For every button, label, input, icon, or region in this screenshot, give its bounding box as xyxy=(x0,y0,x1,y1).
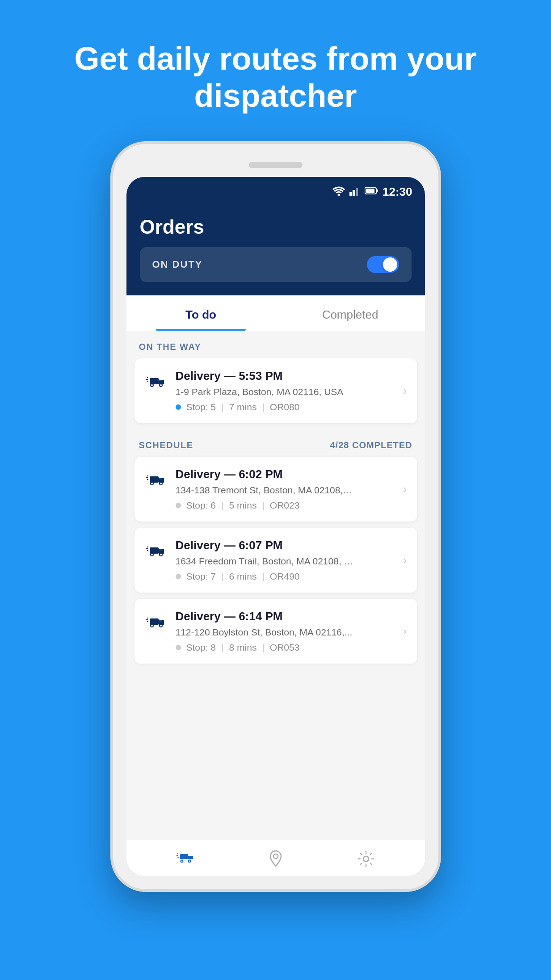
delivery-address-0: 1-9 Park Plaza, Boston, MA 02116, USA xyxy=(176,387,354,397)
nav-settings[interactable] xyxy=(358,850,374,867)
svg-rect-51 xyxy=(188,856,193,859)
svg-rect-27 xyxy=(147,547,148,547)
delivery-meta-1: Stop: 6 | 5 mins | OR023 xyxy=(176,500,407,511)
order-label-2: OR490 xyxy=(270,571,300,582)
toggle-knob xyxy=(383,257,397,272)
status-time: 12:30 xyxy=(383,185,412,199)
delivery-meta-0: Stop: 5 | 7 mins | OR080 xyxy=(176,402,407,412)
delivery-info-3: Delivery — 6:14 PM 112-120 Boylston St, … xyxy=(176,610,407,653)
battery-icon xyxy=(365,187,378,197)
delivery-info-0: Delivery — 5:53 PM 1-9 Park Plaza, Bosto… xyxy=(176,369,407,412)
section-label-on-the-way: ON THE WAY xyxy=(139,342,202,352)
svg-rect-9 xyxy=(147,381,148,382)
delivery-card-0[interactable]: Delivery — 5:53 PM 1-9 Park Plaza, Bosto… xyxy=(135,358,417,423)
delivery-title-1: Delivery — 6:02 PM xyxy=(176,467,407,481)
svg-point-53 xyxy=(181,860,183,862)
svg-rect-50 xyxy=(180,854,188,859)
delivery-address-3: 112-120 Boylston St, Boston, MA 02116,..… xyxy=(176,627,354,638)
svg-rect-20 xyxy=(150,476,159,483)
svg-rect-19 xyxy=(147,479,148,480)
svg-rect-29 xyxy=(147,550,148,551)
svg-point-26 xyxy=(160,483,162,484)
svg-rect-30 xyxy=(150,547,159,554)
signal-icon xyxy=(349,186,360,198)
delivery-title-0: Delivery — 5:53 PM xyxy=(176,369,407,383)
svg-rect-2 xyxy=(353,190,355,196)
svg-rect-28 xyxy=(146,548,148,549)
chevron-right-0: › xyxy=(403,384,407,398)
app-header: Orders ON DUTY xyxy=(126,207,425,295)
truck-icon-2 xyxy=(144,540,168,564)
truck-icon-0 xyxy=(144,371,168,394)
svg-point-0 xyxy=(338,194,340,196)
delivery-meta-2: Stop: 7 | 6 mins | OR490 xyxy=(176,571,407,582)
phone-notch xyxy=(249,162,303,168)
time-label-0: 7 mins xyxy=(229,402,257,412)
stop-label-0: Stop: 5 xyxy=(186,402,216,412)
delivery-card-2[interactable]: Delivery — 6:07 PM 1634 Freedom Trail, B… xyxy=(135,528,417,593)
svg-rect-10 xyxy=(150,378,159,384)
order-label-1: OR023 xyxy=(270,500,300,511)
delivery-info-1: Delivery — 6:02 PM 134-138 Tremont St, B… xyxy=(176,467,407,511)
delivery-card-3[interactable]: Delivery — 6:14 PM 112-120 Boylston St, … xyxy=(135,599,417,664)
list-area: ON THE WAY Deliv xyxy=(126,331,425,840)
delivery-meta-3: Stop: 8 | 8 mins | OR053 xyxy=(176,642,407,653)
svg-point-36 xyxy=(160,554,162,555)
time-label-2: 6 mins xyxy=(229,571,257,582)
svg-rect-1 xyxy=(349,192,352,196)
status-icons: 12:30 xyxy=(332,185,412,199)
svg-rect-3 xyxy=(356,188,358,196)
stop-label-3: Stop: 8 xyxy=(186,642,216,653)
time-label-3: 8 mins xyxy=(229,642,257,653)
svg-rect-7 xyxy=(147,377,148,378)
delivery-title-2: Delivery — 6:07 PM xyxy=(176,538,407,552)
svg-rect-38 xyxy=(146,619,148,620)
svg-point-55 xyxy=(189,860,190,862)
svg-rect-48 xyxy=(177,855,178,856)
delivery-address-1: 134-138 Tremont St, Boston, MA 02108, U.… xyxy=(176,485,354,496)
time-label-1: 5 mins xyxy=(229,500,257,511)
stop-dot-1 xyxy=(176,503,181,508)
svg-rect-6 xyxy=(377,189,378,192)
wifi-icon xyxy=(332,186,345,198)
chevron-right-2: › xyxy=(403,553,407,567)
section-count-schedule: 4/28 COMPLETED xyxy=(330,440,412,450)
svg-rect-5 xyxy=(366,189,374,193)
hero-title: Get daily routes from your dispatcher xyxy=(0,40,551,114)
bottom-nav xyxy=(126,840,425,876)
svg-rect-8 xyxy=(146,379,148,380)
truck-icon-1 xyxy=(144,469,168,492)
delivery-card-1[interactable]: Delivery — 6:02 PM 134-138 Tremont St, B… xyxy=(135,457,417,522)
delivery-info-2: Delivery — 6:07 PM 1634 Freedom Trail, B… xyxy=(176,538,407,582)
chevron-right-1: › xyxy=(403,482,407,496)
stop-dot-2 xyxy=(176,574,181,579)
duty-toggle-switch[interactable] xyxy=(367,256,399,273)
delivery-title-3: Delivery — 6:14 PM xyxy=(176,610,407,623)
svg-rect-18 xyxy=(146,477,148,478)
nav-location[interactable] xyxy=(268,850,283,868)
svg-rect-39 xyxy=(147,621,148,622)
app-title: Orders xyxy=(140,216,412,238)
svg-point-56 xyxy=(273,854,278,858)
tab-completed[interactable]: Completed xyxy=(276,295,425,331)
order-label-3: OR053 xyxy=(270,642,300,653)
stop-dot-0 xyxy=(176,404,181,410)
duty-toggle-bar[interactable]: ON DUTY xyxy=(140,247,412,282)
svg-point-34 xyxy=(151,554,153,555)
truck-icon-3 xyxy=(144,611,168,635)
section-label-schedule: SCHEDULE xyxy=(139,440,193,450)
tabs-bar: To do Completed xyxy=(126,295,425,331)
svg-rect-47 xyxy=(177,853,178,854)
section-schedule: SCHEDULE 4/28 COMPLETED xyxy=(126,429,425,457)
section-on-the-way: ON THE WAY xyxy=(126,331,425,358)
svg-point-44 xyxy=(151,625,153,627)
svg-point-46 xyxy=(160,625,162,627)
svg-rect-49 xyxy=(177,857,179,858)
nav-orders[interactable] xyxy=(177,851,194,866)
stop-label-1: Stop: 6 xyxy=(186,500,216,511)
duty-label: ON DUTY xyxy=(152,259,203,270)
phone-device: 12:30 Orders ON DUTY To do Completed ON … xyxy=(110,141,441,892)
svg-rect-37 xyxy=(147,618,148,618)
tab-todo[interactable]: To do xyxy=(126,295,276,331)
order-label-0: OR080 xyxy=(270,402,300,412)
